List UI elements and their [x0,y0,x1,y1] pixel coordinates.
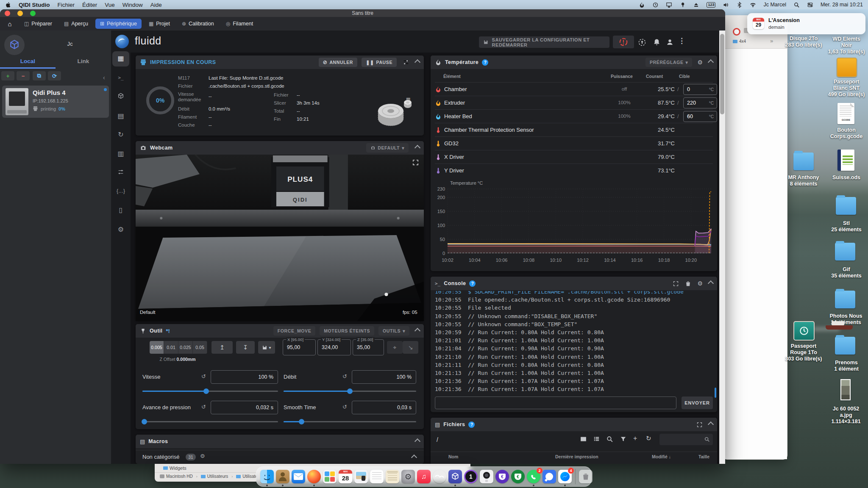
dock-notes-icon[interactable] [386,470,399,483]
preset-dropdown-button[interactable]: PRÉRÉGLAGE▾ [645,58,692,67]
help-icon[interactable]: ? [482,59,488,66]
dock-finder-icon[interactable] [260,470,274,483]
temp-row-x-driver[interactable]: X Driver 79.0°C [435,150,713,164]
tab-calibration[interactable]: ⊕Calibration [177,19,219,29]
dock-calendar-icon[interactable]: MAI 28 [339,470,352,483]
add-printer-button[interactable]: + [1,71,14,80]
smooth-time-input[interactable]: 0,03 s [352,401,416,414]
files-filter-icon[interactable] [620,435,627,443]
earbuds-icon[interactable] [679,2,686,8]
flow-input[interactable]: 100 % [352,370,416,384]
console-expand-icon[interactable] [673,280,679,287]
desktop-icon-stl[interactable]: Stl25 éléments [821,220,868,233]
temp-row-chamber[interactable]: Chamberoff 25.5°C/ 0°C [435,82,713,96]
tab-local[interactable]: Local [0,58,56,68]
dock-app-grid-icon[interactable] [323,470,337,483]
rail-history-icon[interactable]: ↻ [115,128,127,140]
target-input[interactable]: 60°C [683,111,717,122]
control-center-icon[interactable] [807,2,813,8]
temp-row-heater-bed[interactable]: Heater Bed100% 29.4°C/ 60°C [435,109,713,123]
finder-window-fragment[interactable]: 4x4 » [723,15,787,460]
menu-fichier[interactable]: Fichier [58,2,75,8]
collapse-console-panel-icon[interactable] [708,280,714,286]
finder-folder-crumb[interactable]: 4x4 [733,39,746,44]
desktop-icon-suisse-ods[interactable]: Suisse.ods [821,175,868,181]
ods-file-icon[interactable] [837,150,854,171]
z-down-button[interactable]: ↧ [236,341,255,354]
bed-mini-icon[interactable]: ▥ [406,97,410,102]
temperature-chart[interactable]: 05010015020023010:0210:0410:0610:0810:10… [435,185,714,270]
force-move-button[interactable]: FORCE_MOVE [273,326,316,336]
dock-comptes-vert-icon[interactable]: € [511,470,525,483]
desktop-icon-jc-photo[interactable]: Jc 60 0052a.jpg1.114×3.181 [821,406,868,425]
files-search-input[interactable] [659,434,713,445]
smooth-time-slider[interactable] [284,421,416,422]
help-icon[interactable]: ? [468,421,475,428]
files-path[interactable]: / [437,436,438,443]
macro-settings-icon[interactable]: ⚙ [200,453,205,459]
temp-row-y-driver[interactable]: Y Driver 73.1°C [435,164,713,177]
printer-card[interactable]: Qidi Plus 4 IP:192.168.1.225 printing 0% [2,86,109,118]
console-send-button[interactable]: ENVOYER [682,396,713,409]
pause-button[interactable]: ❚❚PAUSE [362,58,397,67]
gcode-file-icon[interactable]: GCODE [837,103,854,124]
temp-row-extruder[interactable]: Extruder100% 87.5°C/ 220°C [435,96,713,110]
timemachine-drive-icon[interactable] [793,321,815,341]
cancel-button[interactable]: ⊘ANNULER [319,58,357,67]
files-col-derniere[interactable]: Dernière impression [555,454,598,459]
window-titlebar[interactable]: Sans titre [0,9,725,17]
target-input[interactable]: 0°C [683,84,717,95]
menu-window[interactable]: Window [122,2,143,8]
refresh-printers-button[interactable]: ⟳ [48,71,61,80]
target-input[interactable]: 220°C [683,97,717,108]
desktop-icon-photos-nous[interactable]: Photos Nous14 éléments [821,313,868,326]
console-input[interactable] [435,396,676,409]
rail-console-icon[interactable]: >_ [115,72,127,83]
dock-webcam-app-icon[interactable] [480,470,493,483]
collapse-files-panel-icon[interactable] [708,421,714,427]
dock-capture-one-icon[interactable]: 1 [464,470,478,483]
webcam-source-select[interactable]: DEFAULT▾ [366,143,409,152]
smooth-time-reset-icon[interactable]: ↺ [342,404,347,410]
folder-prenoms[interactable] [835,337,855,355]
volume-icon[interactable] [723,2,729,8]
temp-row-ctps[interactable]: Chamber Thermal Protection Sensor 24.5°C [435,123,713,137]
files-thumbnails-toggle-icon[interactable] [580,435,587,443]
collapse-temperature-panel-icon[interactable] [708,59,714,65]
desktop-icon-gif[interactable]: Gif35 éléments [821,266,868,279]
fan-alert-icon[interactable]: *! [166,328,170,334]
dock-firefox-icon[interactable] [307,470,321,483]
tab-peripherique[interactable]: ⊞Périphérique [95,19,142,29]
rail-app-icon[interactable]: ▯ [115,204,127,216]
spotlight-search-icon[interactable] [793,2,800,8]
fluidd-logo[interactable] [115,35,129,48]
folder-gif[interactable] [835,243,855,261]
desktop-icon-bouton-gcode[interactable]: BoutonCorps.gcode [821,127,868,140]
y-position-field[interactable]: Y [324.00]324,00 [317,339,351,355]
flow-slider[interactable] [284,391,416,392]
time-machine-icon[interactable] [652,2,659,8]
console-clear-icon[interactable] [685,280,691,287]
rail-gcodes-icon[interactable]: ▤ [115,110,127,122]
tab-projet[interactable]: ▦Projet [144,19,175,29]
speed-input[interactable]: 100 % [211,370,278,384]
folder-mr-anthony[interactable] [793,152,814,170]
dock-whatsapp-icon[interactable]: 2 [527,470,540,483]
dock-comptes-violet-icon[interactable]: € [495,470,509,483]
desktop-icon-passeport-blanc[interactable]: PasseportBlanc SNT499 Go libre(s) [821,79,868,98]
save-offset-button[interactable]: ▾ [258,341,275,354]
avatar[interactable] [4,35,25,55]
notifications-bell-icon[interactable] [653,38,661,46]
dock-openoffice-icon[interactable] [433,470,446,483]
remove-printer-button[interactable]: − [17,71,30,80]
dock-textedit-icon[interactable] [370,470,384,483]
files-refresh-icon[interactable]: ↻ [646,435,651,442]
x-position-field[interactable]: X [95.00]95,00 [283,339,316,355]
temperature-settings-icon[interactable]: ⚙ [697,59,703,66]
files-col-modifie[interactable]: Modifié ↓ [652,454,671,459]
webcam-fullscreen-icon[interactable] [412,159,419,166]
wifi-icon[interactable] [750,2,756,8]
console-settings-icon[interactable]: ⚙ [697,280,703,287]
z-position-field[interactable]: Z [35.00]35,00 [353,339,384,355]
menu-app-name[interactable]: QIDI Studio [19,2,50,8]
